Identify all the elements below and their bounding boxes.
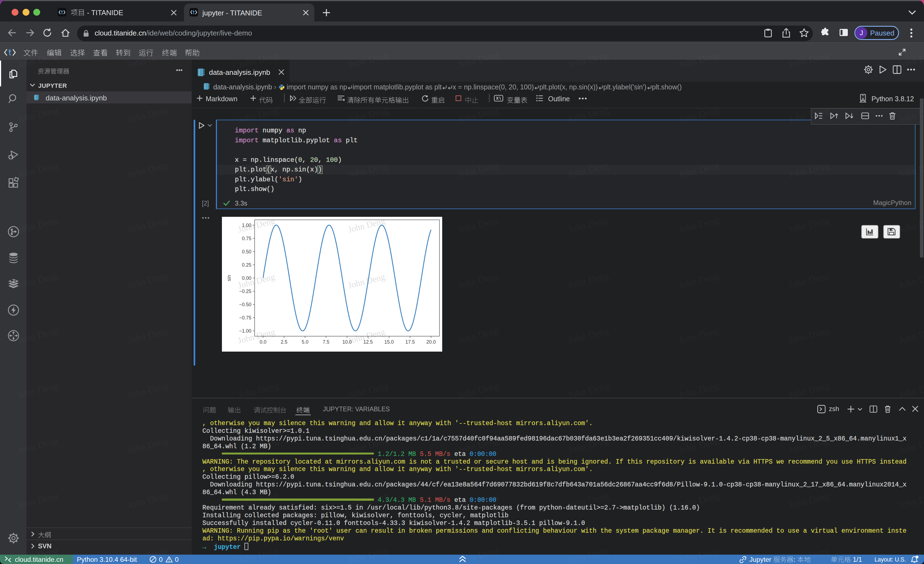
svg-text:20.0: 20.0 <box>426 339 436 345</box>
svg-text:0.0: 0.0 <box>260 339 267 345</box>
svg-text:−0.50: −0.50 <box>239 302 251 307</box>
svg-text:0.00: 0.00 <box>242 275 251 281</box>
svg-text:10.0: 10.0 <box>342 339 352 345</box>
svg-text:−0.25: −0.25 <box>239 289 251 294</box>
svg-text:2.5: 2.5 <box>281 339 288 345</box>
svg-text:−1.00: −1.00 <box>239 328 251 334</box>
svg-text:0.50: 0.50 <box>242 249 251 254</box>
svg-text:0.25: 0.25 <box>242 262 251 268</box>
svg-text:sin: sin <box>226 275 232 281</box>
svg-text:0.75: 0.75 <box>242 236 251 241</box>
svg-text:7.5: 7.5 <box>322 339 330 345</box>
svg-text:12.5: 12.5 <box>363 339 373 345</box>
svg-text:1.00: 1.00 <box>242 223 251 228</box>
svg-text:17.5: 17.5 <box>405 339 415 345</box>
svg-text:−0.75: −0.75 <box>239 315 251 320</box>
svg-text:15.0: 15.0 <box>384 339 394 345</box>
svg-text:5.0: 5.0 <box>302 339 309 345</box>
